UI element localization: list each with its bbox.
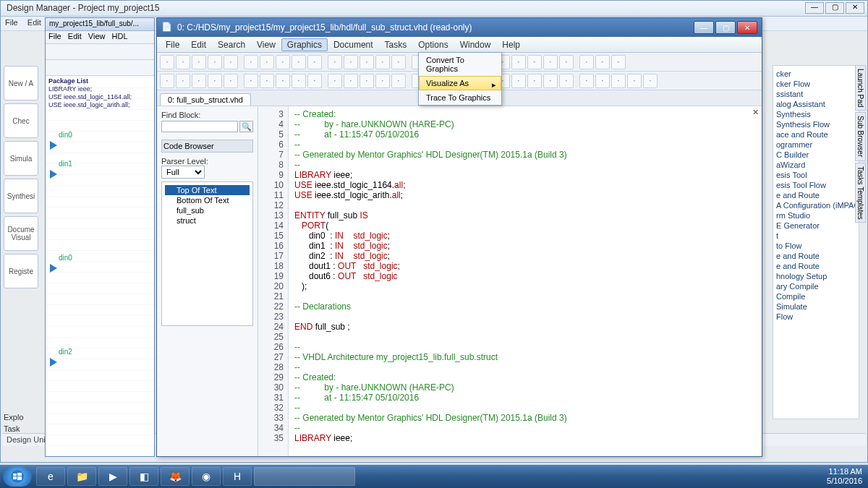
maximize-button[interactable]: ▢ [715, 21, 736, 34]
task-item[interactable]: C Builder [776, 150, 856, 160]
tool-registe[interactable]: Registe [4, 254, 38, 288]
schematic-toolbar-2[interactable] [46, 60, 154, 76]
schematic-canvas[interactable]: Package List LIBRARY ieee; USE ieee.std_… [46, 76, 154, 456]
toolbar-button[interactable]: · [260, 74, 274, 88]
tool-chec[interactable]: Chec [4, 103, 38, 138]
tool-documevisual[interactable]: Docume Visual [4, 216, 38, 251]
menu-graphics[interactable]: Graphics [281, 38, 328, 51]
editor-close-icon[interactable]: ✕ [750, 108, 760, 118]
toolbar-button[interactable]: · [559, 55, 574, 69]
right-vertical-tabs[interactable]: Launch PadSub BrowserTasks Templates [855, 65, 867, 224]
toolbar-button[interactable]: · [307, 74, 322, 88]
toolbar-button[interactable]: · [595, 74, 610, 88]
dropdown-item[interactable]: Visualize As▸ [419, 76, 501, 90]
menu-view[interactable]: View [251, 38, 281, 51]
start-button[interactable] [3, 466, 32, 487]
menu-options[interactable]: Options [412, 38, 454, 51]
tool-synthesi[interactable]: Synthesi [4, 179, 38, 213]
menu-edit[interactable]: Edit [27, 18, 41, 27]
toolbar-button[interactable]: · [543, 55, 558, 69]
task-item[interactable]: ssistant [776, 89, 856, 99]
toolbar-button[interactable]: · [224, 55, 238, 69]
menu-view-2[interactable]: View [88, 32, 106, 40]
tree-item[interactable]: full_sub [165, 205, 250, 215]
windows-taskbar[interactable]: e 📁 ▶ ◧ 🦊 ◉ H 11:18 AM 5/10/2016 [0, 465, 868, 488]
outer-max-icon[interactable]: ▢ [825, 2, 844, 14]
task-item[interactable]: esis Tool Flow [776, 180, 856, 190]
tree-item[interactable]: Top Of Text [165, 185, 250, 195]
menu-tasks[interactable]: Tasks [379, 38, 413, 51]
toolbar-button[interactable]: · [328, 74, 342, 88]
outer-close-icon[interactable]: ✕ [846, 2, 864, 14]
system-clock[interactable]: 11:18 AM 5/10/2016 [827, 467, 865, 486]
dropdown-item[interactable]: Convert To Graphics [419, 53, 501, 76]
task-item[interactable]: ary Compile [776, 281, 856, 291]
outer-min-icon[interactable]: — [805, 2, 824, 14]
code-editor[interactable]: ✕ 34567891011121314151617181920212223242… [258, 106, 762, 456]
toolbar-button[interactable]: · [611, 74, 626, 88]
task-item[interactable]: esis Tool [776, 170, 856, 180]
task-item[interactable]: Compile [776, 291, 856, 301]
toolbar-button[interactable]: · [244, 55, 258, 69]
toolbar-button[interactable]: · [511, 74, 526, 88]
toolbar-button[interactable]: · [527, 55, 542, 69]
find-button[interactable]: 🔍 [239, 121, 253, 132]
right-tab[interactable]: Launch Pad [855, 65, 866, 111]
toolbar-button[interactable]: · [176, 55, 190, 69]
toolbar-button[interactable]: · [192, 55, 206, 69]
code-window-menubar[interactable]: FileEditSearchViewGraphicsDocumentTasksO… [157, 37, 762, 53]
port-din0b-icon[interactable] [50, 264, 57, 273]
toolbar-button[interactable]: · [307, 55, 322, 69]
port-din0-icon[interactable] [50, 141, 57, 150]
find-block-input[interactable] [161, 121, 238, 132]
task-item[interactable]: to Flow [776, 241, 856, 251]
tab-explo[interactable]: Explo [4, 413, 44, 421]
task-item[interactable]: E Generator [776, 221, 856, 231]
toolbar-button[interactable]: · [611, 55, 626, 69]
toolbar-button[interactable]: · [292, 74, 306, 88]
toolbar-button[interactable]: · [643, 74, 658, 88]
code-tree[interactable]: Top Of TextBottom Of Textfull_substruct [161, 181, 253, 326]
toolbar-button[interactable]: · [559, 74, 574, 88]
toolbar-button[interactable]: · [579, 74, 594, 88]
task-item[interactable]: e and Route [776, 261, 856, 271]
taskbar-ie-icon[interactable]: e [36, 467, 65, 486]
toolbar-button[interactable]: · [359, 74, 374, 88]
parser-level-select[interactable]: Full [161, 166, 205, 179]
tab-file[interactable]: 0: full_sub_struct.vhd [160, 93, 251, 106]
menu-edit[interactable]: Edit [185, 38, 212, 51]
tasks-pane[interactable]: ckercker Flowssistantalog AssistantSynth… [773, 65, 859, 419]
toolbar-button[interactable]: · [344, 74, 358, 88]
taskbar-active-window[interactable] [254, 467, 355, 486]
code-content[interactable]: -- Created: -- by - hare.UNKNOWN (HARE-P… [289, 106, 762, 456]
toolbar-button[interactable]: · [192, 74, 206, 88]
toolbar-button[interactable]: · [292, 55, 306, 69]
toolbar-button[interactable]: · [208, 55, 222, 69]
code-window-titlebar[interactable]: 📄 0: C:/HDS/my_project15/my_project15_li… [157, 18, 762, 37]
toolbar-button[interactable]: · [276, 55, 290, 69]
taskbar-app1-icon[interactable]: ◧ [129, 467, 158, 486]
toolbar-button[interactable]: · [359, 55, 374, 69]
toolbar-button[interactable]: · [160, 55, 174, 69]
schematic-menu[interactable]: File Edit View HDL [46, 31, 154, 44]
task-item[interactable]: cker Flow [776, 79, 856, 89]
taskbar-firefox-icon[interactable]: 🦊 [161, 467, 190, 486]
task-item[interactable]: alog Assistant [776, 99, 856, 109]
toolbar-button[interactable]: · [595, 55, 610, 69]
toolbar-button[interactable]: · [208, 74, 222, 88]
toolbar-button[interactable]: · [328, 55, 342, 69]
taskbar-media-icon[interactable]: ▶ [98, 467, 127, 486]
menu-file[interactable]: File [5, 18, 18, 27]
task-item[interactable]: Flow [776, 312, 856, 322]
toolbar-button[interactable]: · [176, 74, 190, 88]
schematic-toolbar-1[interactable] [46, 44, 154, 60]
close-button[interactable]: ✕ [737, 21, 757, 34]
toolbar-button[interactable]: · [543, 74, 558, 88]
menu-file[interactable]: File [160, 38, 185, 51]
minimize-button[interactable]: — [694, 21, 714, 34]
tree-item[interactable]: struct [165, 215, 250, 226]
menu-search[interactable]: Search [212, 38, 251, 51]
task-item[interactable]: Synthesis Flow [776, 119, 856, 129]
toolbar-button[interactable]: · [375, 74, 390, 88]
toolbar-button[interactable]: · [627, 74, 642, 88]
